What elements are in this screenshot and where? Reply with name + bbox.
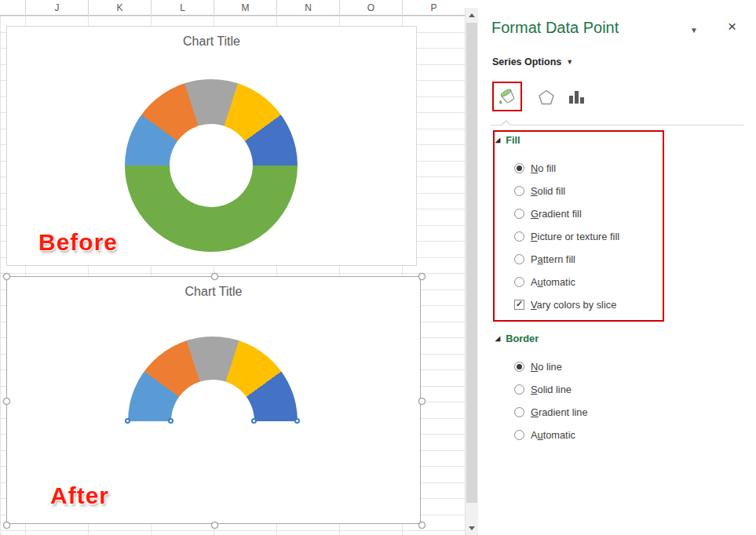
column-header-m[interactable]: M — [214, 0, 276, 16]
radio-label: Picture or texture fill — [531, 231, 619, 242]
pentagon-icon — [537, 88, 556, 107]
excel-window: J K L M N O P Chart Title Before Chart T… — [0, 0, 756, 535]
radio-label: No line — [531, 361, 562, 373]
series-options-label: Series Options — [492, 56, 561, 67]
radio-button[interactable] — [514, 254, 524, 264]
border-section-header[interactable]: ◢ Border — [495, 333, 539, 344]
highlight-box-fill-tab — [492, 82, 522, 111]
radio-button[interactable] — [514, 407, 524, 417]
radio-label: Pattern fill — [531, 253, 575, 265]
pane-options-caret-icon[interactable]: ▼ — [690, 26, 698, 35]
data-point-marker — [251, 418, 257, 424]
doughnut-hole — [170, 124, 253, 207]
radio-option-solid-fill[interactable]: Solid fill — [514, 180, 619, 202]
selection-handle[interactable] — [211, 522, 218, 529]
pane-title: Format Data Point — [491, 19, 619, 37]
chart-after[interactable]: Chart Title After — [6, 276, 421, 524]
selection-handle[interactable] — [211, 273, 218, 280]
radio-label: Automatic — [531, 429, 575, 441]
doughnut-hole — [171, 380, 254, 463]
radio-label: Gradient line — [531, 406, 588, 418]
selected-tab-notch — [501, 120, 511, 130]
doughnut-chart-after[interactable] — [128, 337, 298, 506]
radio-option-pattern-fill[interactable]: Pattern fill — [514, 248, 619, 271]
radio-button[interactable] — [514, 430, 524, 440]
fill-section-label: Fill — [506, 134, 520, 146]
chart-before[interactable]: Chart Title Before — [6, 26, 417, 266]
chart-title[interactable]: Chart Title — [7, 285, 420, 299]
chart-title[interactable]: Chart Title — [7, 35, 416, 49]
border-section-label: Border — [506, 333, 539, 344]
selection-handle[interactable] — [418, 398, 425, 405]
scrollbar-thumb[interactable] — [466, 23, 477, 503]
radio-button[interactable] — [514, 384, 524, 395]
checkbox[interactable] — [514, 300, 524, 310]
section-expand-icon: ◢ — [495, 335, 500, 342]
column-header-l[interactable]: L — [151, 0, 214, 16]
radio-option-automatic-fill[interactable]: Automatic — [514, 271, 619, 293]
selection-handle[interactable] — [3, 273, 10, 280]
selection-handle[interactable] — [418, 273, 425, 280]
column-header-p[interactable]: P — [402, 0, 465, 16]
data-point-marker — [168, 418, 173, 424]
fill-section-header[interactable]: ◢ Fill — [495, 134, 520, 146]
radio-option-gradient-fill[interactable]: Gradient fill — [514, 202, 619, 225]
scroll-down-button[interactable] — [466, 521, 478, 535]
annotation-after: After — [50, 482, 109, 509]
column-chart-icon — [567, 88, 587, 107]
fill-options-list: No fill Solid fill Gradient fill Picture… — [514, 157, 619, 316]
column-header-row: J K L M N O P — [0, 0, 465, 16]
column-header-n[interactable]: N — [276, 0, 339, 16]
radio-option-gradient-line[interactable]: Gradient line — [514, 401, 588, 424]
format-data-point-pane: Format Data Point ▼ × Series Options ▼ — [478, 0, 756, 535]
column-header-o[interactable]: O — [339, 0, 402, 16]
radio-label: Automatic — [531, 276, 575, 288]
radio-label: No fill — [531, 162, 556, 174]
selection-handle[interactable] — [418, 522, 425, 529]
radio-button[interactable] — [514, 362, 524, 372]
data-point-marker — [125, 418, 130, 424]
series-options-dropdown[interactable]: Series Options ▼ — [492, 56, 573, 67]
column-header-j[interactable]: J — [25, 0, 88, 16]
tab-effects[interactable] — [536, 87, 557, 107]
radio-option-no-line[interactable]: No line — [514, 355, 588, 378]
tab-divider — [491, 125, 743, 126]
checkbox-label: Vary colors by slice — [531, 299, 616, 311]
radio-option-automatic-line[interactable]: Automatic — [514, 424, 588, 446]
selection-handle[interactable] — [3, 398, 10, 405]
tab-series-options[interactable] — [566, 88, 588, 107]
scroll-up-icon — [469, 13, 475, 17]
radio-option-no-fill[interactable]: No fill — [514, 157, 619, 180]
radio-label: Gradient fill — [531, 208, 582, 220]
radio-option-solid-line[interactable]: Solid line — [514, 378, 588, 401]
radio-label: Solid fill — [531, 185, 565, 197]
annotation-before: Before — [38, 229, 118, 256]
radio-button[interactable] — [514, 163, 524, 173]
data-point-marker — [294, 418, 300, 424]
radio-button[interactable] — [514, 186, 524, 196]
checkbox-option-vary-colors-by-slice[interactable]: Vary colors by slice — [514, 293, 619, 316]
selection-handle[interactable] — [3, 522, 10, 529]
scroll-up-button[interactable] — [466, 8, 478, 22]
doughnut-chart-before[interactable] — [125, 79, 298, 252]
vertical-scrollbar[interactable] — [465, 8, 478, 535]
chevron-down-icon: ▼ — [566, 58, 573, 66]
section-expand-icon: ◢ — [495, 136, 500, 144]
radio-button[interactable] — [514, 209, 524, 219]
border-options-list: No line Solid line Gradient line Automat… — [514, 355, 588, 446]
radio-button[interactable] — [514, 277, 524, 287]
close-icon[interactable]: × — [728, 19, 736, 34]
radio-option-picture-or-texture-fill[interactable]: Picture or texture fill — [514, 225, 619, 248]
radio-button[interactable] — [514, 231, 524, 242]
radio-label: Solid line — [531, 384, 572, 395]
scroll-down-icon — [469, 526, 475, 530]
column-header-k[interactable]: K — [88, 0, 151, 16]
